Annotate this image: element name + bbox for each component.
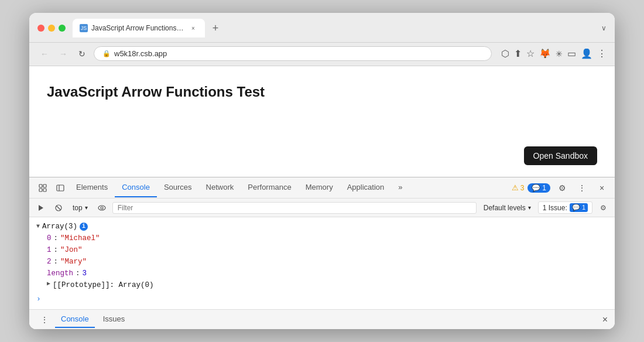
new-tab-button[interactable]: + (207, 20, 224, 36)
console-play-button[interactable] (34, 201, 48, 215)
tab-favicon: JS (80, 24, 88, 32)
console-gear-icon: ⚙ (600, 204, 607, 212)
ext1-icon[interactable]: 🦊 (539, 48, 551, 59)
issue-chat-icon: 💬 (572, 204, 580, 211)
devtools-close-button[interactable]: × (594, 180, 610, 196)
prop-key-0: 0 (47, 232, 52, 244)
prop-val-1: "Jon" (60, 244, 83, 256)
devtools-tabs-bar: Elements Console Sources Network Perform… (29, 177, 615, 199)
levels-dropdown-icon: ▾ (528, 204, 531, 211)
tree-children: 0 : "Michael" 1 : "Jon" 2 : "Mary" (47, 232, 608, 291)
sidebar-toggle-icon[interactable]: ▭ (567, 48, 576, 59)
profile-icon[interactable]: 👤 (581, 48, 592, 59)
svg-rect-0 (39, 184, 42, 187)
bottom-tab-console[interactable]: Console (55, 311, 95, 328)
filter-input[interactable] (112, 202, 477, 214)
lock-icon: 🔒 (102, 50, 111, 57)
devtools-panel-btn-2[interactable] (52, 179, 69, 197)
address-bar: ← → ↻ 🔒 w5k18r.csb.app ⬡ ⬆ ☆ 🦊 ✳ ▭ 👤 ⋮ (29, 43, 615, 66)
browser-menu-icon[interactable]: ⋮ (597, 48, 607, 59)
devtools-tab-application[interactable]: Application (340, 178, 392, 197)
proto-label: [[Prototype]]: Array(0) (53, 279, 154, 291)
array-item-2: 2 : "Mary" (47, 256, 608, 268)
tree-collapse-icon[interactable]: ▼ (36, 222, 40, 231)
length-key: length (47, 268, 73, 279)
page-title: JavaScript Arrow Functions Test (47, 84, 597, 100)
devtools-tabs-right: ⚠ 3 💬 1 ⚙ ⋮ × (512, 180, 610, 196)
traffic-light-yellow[interactable] (48, 25, 55, 32)
info-count: 1 (542, 184, 546, 192)
array-item-1: 1 : "Jon" (47, 244, 608, 256)
warning-count: 3 (520, 184, 525, 192)
devtools-tab-sources[interactable]: Sources (157, 178, 199, 197)
tab-bar: JS JavaScript Arrow Functions Te... × + (73, 19, 601, 37)
bottom-tab-issues[interactable]: Issues (97, 311, 131, 328)
devtools-tab-more[interactable]: » (391, 178, 409, 197)
open-sandbox-button[interactable]: Open Sandbox (524, 146, 597, 165)
forward-button[interactable]: → (56, 47, 70, 61)
prop-val-0: "Michael" (60, 232, 100, 244)
title-bar: JS JavaScript Arrow Functions Te... × + … (29, 13, 615, 43)
svg-line-8 (57, 206, 61, 210)
devtools-more-button[interactable]: ⋮ (574, 180, 590, 196)
share-icon[interactable]: ⬆ (514, 48, 522, 59)
svg-rect-2 (39, 189, 42, 191)
svg-rect-3 (43, 189, 46, 191)
svg-point-9 (98, 206, 105, 210)
console-block-button[interactable] (52, 201, 66, 215)
array-length: length : 3 (47, 268, 608, 279)
refresh-button[interactable]: ↻ (75, 47, 89, 61)
window-chevron: ∨ (601, 24, 607, 32)
devtools-tab-console[interactable]: Console (115, 178, 157, 197)
close-icon: × (600, 183, 604, 193)
traffic-light-green[interactable] (59, 25, 66, 32)
tab-title: JavaScript Arrow Functions Te... (91, 24, 185, 32)
cast-icon[interactable]: ⬡ (501, 48, 509, 59)
traffic-lights (37, 25, 66, 32)
console-entry: ▼ Array(3) i 0 : "Michael" 1 : (36, 221, 608, 291)
tab-close-button[interactable]: × (189, 23, 198, 33)
back-button[interactable]: ← (37, 47, 52, 61)
url-display: w5k18r.csb.app (114, 49, 483, 58)
console-toolbar: top ▾ Default levels ▾ 1 Issue: 💬 1 (29, 199, 615, 217)
console-eye-button[interactable] (95, 201, 109, 215)
browser-tab-active[interactable]: JS JavaScript Arrow Functions Te... × (73, 19, 205, 37)
devtools-panel-btn-1[interactable] (34, 179, 52, 197)
svg-rect-4 (57, 185, 64, 191)
title-bar-top: JS JavaScript Arrow Functions Te... × + … (37, 19, 607, 37)
svg-point-10 (101, 207, 103, 209)
devtools-tab-elements[interactable]: Elements (69, 178, 115, 197)
default-levels-label: Default levels (484, 204, 526, 212)
proto-arrow-icon[interactable]: ▶ (47, 279, 50, 291)
array-proto: ▶ [[Prototype]]: Array(0) (47, 279, 608, 291)
prop-val-2: "Mary" (60, 256, 87, 268)
console-prompt: › (36, 293, 608, 306)
console-settings-button[interactable]: ⚙ (596, 201, 610, 215)
devtools-tab-performance[interactable]: Performance (241, 178, 298, 197)
devtools-tab-network[interactable]: Network (199, 178, 241, 197)
prop-key-2: 2 (47, 256, 52, 268)
bottom-close-button[interactable]: × (602, 314, 608, 325)
context-selector[interactable]: top ▾ (69, 203, 91, 213)
devtools-bottom-bar: ⋮ Console Issues × (29, 309, 615, 329)
devtools-tab-memory[interactable]: Memory (299, 178, 340, 197)
devtools-settings-button[interactable]: ⚙ (554, 180, 570, 196)
issue-count: 1 (582, 204, 585, 211)
address-input-wrap[interactable]: 🔒 w5k18r.csb.app (94, 46, 492, 61)
ext2-icon[interactable]: ✳ (556, 49, 563, 59)
issue-count-icon: 💬 1 (570, 203, 588, 212)
default-levels-selector[interactable]: Default levels ▾ (480, 203, 535, 213)
bottom-more-icon: ⋮ (40, 315, 49, 324)
context-label: top (73, 204, 83, 212)
dropdown-icon: ▾ (85, 204, 88, 211)
issue-badge[interactable]: 1 Issue: 💬 1 (538, 201, 592, 214)
traffic-light-red[interactable] (37, 25, 44, 32)
devtools-panel: Elements Console Sources Network Perform… (29, 177, 615, 329)
kebab-icon: ⋮ (578, 183, 586, 193)
bottom-more-button[interactable]: ⋮ (36, 312, 53, 328)
array-item-0: 0 : "Michael" (47, 232, 608, 244)
gear-icon: ⚙ (559, 183, 566, 193)
bookmark-icon[interactable]: ☆ (526, 48, 535, 59)
tree-header: ▼ Array(3) i (36, 221, 608, 232)
length-val: 3 (83, 268, 87, 279)
